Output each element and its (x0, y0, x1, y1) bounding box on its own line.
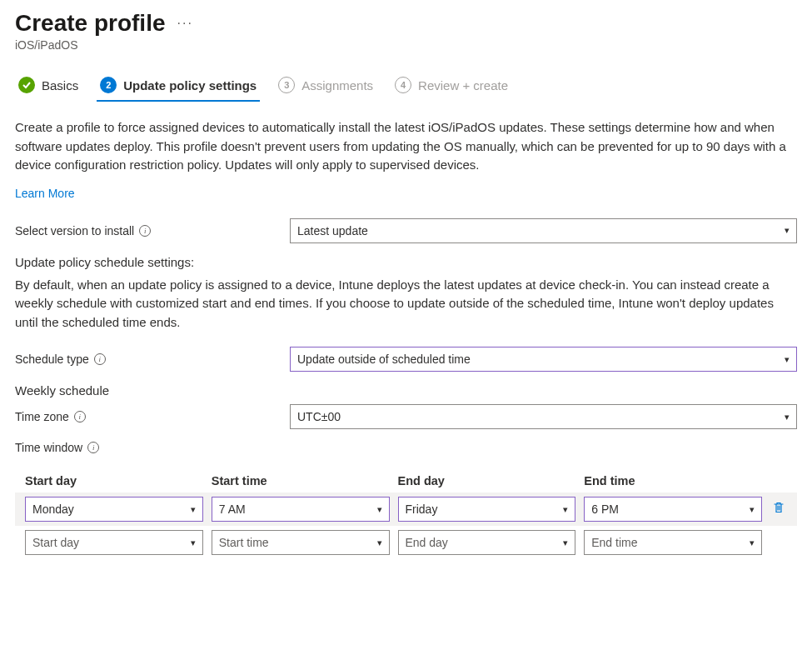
chevron-down-icon: ▾ (785, 225, 790, 236)
tab-label: Assignments (301, 78, 373, 92)
start-time-select[interactable]: Start time ▾ (212, 530, 390, 555)
chevron-down-icon: ▾ (785, 412, 790, 422)
info-icon[interactable]: i (87, 442, 99, 453)
chevron-down-icon: ▾ (377, 504, 382, 515)
tab-label: Update policy settings (123, 78, 257, 92)
page-title: Create profile (15, 10, 166, 37)
start-day-select[interactable]: Start day ▾ (25, 530, 203, 555)
chevron-down-icon: ▾ (563, 504, 568, 515)
chevron-down-icon: ▾ (191, 538, 196, 548)
schedule-section-desc: By default, when an update policy is ass… (15, 276, 797, 332)
time-window-table: Start day Start time End day End time Mo… (15, 469, 797, 559)
info-icon[interactable]: i (94, 353, 106, 365)
version-select[interactable]: Latest update ▾ (290, 218, 797, 243)
chevron-down-icon: ▾ (750, 504, 755, 515)
select-value: UTC±00 (297, 410, 341, 423)
start-time-select[interactable]: 7 AM ▾ (212, 497, 390, 522)
table-row: Start day ▾ Start time ▾ End day ▾ End t… (15, 526, 797, 559)
description-text: Create a profile to force assigned devic… (15, 118, 797, 175)
wizard-tabs: Basics 2 Update policy settings 3 Assign… (15, 72, 797, 102)
weekly-schedule-title: Weekly schedule (15, 383, 797, 398)
version-label: Select version to install i (15, 224, 290, 238)
timewindow-label: Time window i (15, 441, 290, 454)
more-icon[interactable]: ··· (177, 16, 193, 31)
info-icon[interactable]: i (74, 411, 86, 422)
info-icon[interactable]: i (139, 225, 151, 237)
select-value: End day (406, 536, 448, 549)
col-end-time: End time (584, 474, 762, 488)
select-value: Update outside of scheduled time (297, 352, 471, 366)
col-start-time: Start time (212, 474, 390, 488)
select-value: Start time (219, 536, 269, 549)
select-value: 6 PM (591, 502, 619, 516)
table-row: Monday ▾ 7 AM ▾ Friday ▾ 6 PM ▾ (15, 492, 797, 526)
end-time-select[interactable]: 6 PM ▾ (584, 497, 762, 522)
chevron-down-icon: ▾ (191, 504, 196, 515)
page-header: Create profile ··· iOS/iPadOS (15, 10, 797, 52)
step-number-icon: 2 (100, 77, 117, 93)
tab-basics[interactable]: Basics (15, 72, 82, 102)
check-icon (18, 77, 35, 93)
timezone-select[interactable]: UTC±00 ▾ (290, 404, 797, 429)
schedule-type-row: Schedule type i Update outside of schedu… (15, 347, 797, 372)
timezone-row: Time zone i UTC±00 ▾ (15, 404, 797, 429)
end-day-select[interactable]: End day ▾ (398, 530, 576, 555)
step-number-icon: 3 (278, 77, 295, 93)
select-value: Friday (406, 502, 438, 516)
end-day-select[interactable]: Friday ▾ (398, 497, 576, 522)
timezone-label: Time zone i (15, 410, 290, 423)
start-day-select[interactable]: Monday ▾ (25, 497, 203, 522)
chevron-down-icon: ▾ (785, 354, 790, 365)
tab-review-create[interactable]: 4 Review + create (391, 72, 511, 102)
delete-icon[interactable] (770, 501, 787, 518)
tab-label: Basics (42, 78, 78, 92)
table-header: Start day Start time End day End time (15, 469, 797, 492)
timewindow-row: Time window i (15, 441, 797, 454)
tab-update-policy[interactable]: 2 Update policy settings (97, 72, 260, 102)
schedule-section-title: Update policy schedule settings: (15, 255, 797, 269)
chevron-down-icon: ▾ (563, 538, 568, 548)
end-time-select[interactable]: End time ▾ (584, 530, 762, 555)
select-value: Start day (32, 536, 79, 549)
version-row: Select version to install i Latest updat… (15, 218, 797, 243)
col-end-day: End day (398, 474, 576, 488)
select-value: 7 AM (219, 502, 246, 516)
page-subtitle: iOS/iPadOS (15, 38, 797, 52)
step-number-icon: 4 (395, 77, 411, 93)
chevron-down-icon: ▾ (750, 538, 755, 548)
learn-more-link[interactable]: Learn More (15, 187, 75, 200)
select-value: Monday (32, 502, 74, 516)
schedule-type-label: Schedule type i (15, 352, 290, 366)
chevron-down-icon: ▾ (377, 538, 382, 548)
tab-assignments[interactable]: 3 Assignments (275, 72, 376, 102)
select-value: End time (591, 536, 637, 549)
select-value: Latest update (297, 224, 368, 238)
schedule-type-select[interactable]: Update outside of scheduled time ▾ (290, 347, 797, 372)
tab-label: Review + create (418, 78, 508, 92)
col-start-day: Start day (25, 474, 203, 488)
